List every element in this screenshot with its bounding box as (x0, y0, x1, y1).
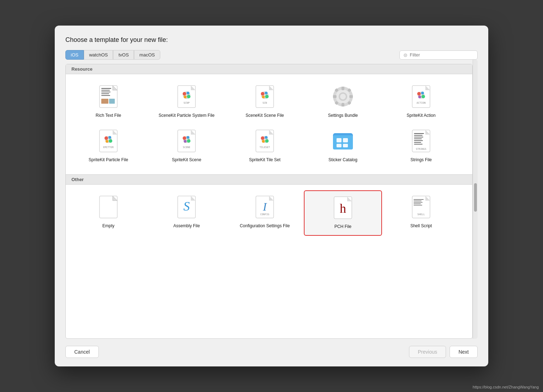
next-button[interactable]: Next (450, 346, 478, 358)
tab-macos[interactable]: macOS (134, 50, 160, 60)
item-rich-text-file[interactable]: Rich Text File (69, 80, 147, 124)
resource-grid: Rich Text File (66, 74, 472, 174)
svg-rect-75 (343, 144, 348, 147)
scn-label: SceneKit Scene File (246, 113, 284, 119)
scnp-icon: SCNP (174, 84, 199, 109)
spritekit-scene-label: SpriteKit Scene (172, 157, 201, 163)
footer-right: Previous Next (409, 346, 478, 358)
empty-label: Empty (102, 223, 114, 229)
svg-point-13 (183, 92, 186, 96)
svg-text:ACTION: ACTION (416, 102, 425, 104)
svg-rect-7 (101, 95, 110, 96)
shell-icon: SHELL (409, 195, 434, 219)
svg-text:SCN: SCN (263, 102, 267, 104)
item-spritekit-scene[interactable]: SCENE SpriteKit Scene (147, 124, 226, 169)
item-scenekit-particle[interactable]: SCNP SceneKit Particle System File (147, 80, 226, 124)
svg-text:TILESET: TILESET (259, 146, 270, 149)
content-area: Resource (65, 64, 473, 339)
svg-point-50 (108, 136, 111, 139)
action-label: SpriteKit Action (407, 113, 435, 119)
svg-rect-104 (414, 203, 421, 204)
item-sticker-catalog[interactable]: Sticker Catalog (304, 124, 382, 169)
svg-point-59 (187, 139, 190, 143)
svg-rect-8 (101, 99, 108, 104)
svg-rect-79 (414, 135, 423, 136)
scrollbar-thumb[interactable] (474, 183, 477, 212)
tileset-icon: TILESET (252, 129, 277, 153)
dialog: Choose a template for your new file: iOS… (55, 26, 488, 366)
item-settings-bundle[interactable]: Settings Bundle (304, 80, 382, 124)
svg-point-22 (265, 92, 268, 94)
pch-label: PCH File (334, 224, 351, 230)
tab-tvos[interactable]: tvOS (113, 50, 134, 60)
section-other: Other (66, 175, 472, 185)
svg-point-66 (265, 136, 268, 139)
item-shell-script[interactable]: SHELL Shell Script (382, 190, 460, 236)
assembly-icon: S (174, 195, 199, 219)
rich-text-label: Rich Text File (96, 113, 121, 119)
item-strings-file[interactable]: STRINGS Strings File (382, 124, 460, 169)
svg-point-14 (187, 92, 189, 94)
svg-point-58 (187, 136, 189, 139)
sticker-catalog-icon (330, 129, 355, 153)
item-spritekit-particle-file[interactable]: EMITTER SpriteKit Particle File (69, 124, 147, 169)
item-assembly-file[interactable]: S Assembly File (147, 190, 226, 236)
svg-rect-72 (337, 138, 342, 142)
watermark: https://blog.csdn.net/ZhangWangYang (473, 385, 539, 389)
item-pch-file[interactable]: h PCH File (304, 190, 382, 236)
assembly-label: Assembly File (173, 223, 200, 229)
rich-text-icon (96, 84, 121, 109)
config-label: Configuration Settings File (240, 223, 290, 229)
spritekit-scene-icon: SCENE (174, 129, 199, 153)
svg-text:STRINGS: STRINGS (416, 148, 426, 151)
settings-bundle-label: Settings Bundle (328, 113, 358, 119)
svg-rect-6 (101, 93, 109, 94)
svg-text:S: S (183, 199, 190, 213)
svg-point-52 (106, 140, 108, 143)
tab-watchos[interactable]: watchOS (84, 50, 113, 60)
svg-point-24 (262, 96, 265, 98)
svg-text:SHELL: SHELL (417, 213, 425, 216)
sticker-catalog-label: Sticker Catalog (328, 157, 357, 163)
svg-rect-30 (333, 95, 337, 98)
action-icon: ACTION (409, 84, 434, 109)
item-spritekit-tile-set[interactable]: TILESET SpriteKit Tile Set (226, 124, 304, 169)
svg-point-41 (417, 92, 421, 96)
previous-button[interactable]: Previous (409, 346, 446, 358)
content-wrapper: Resource (65, 60, 478, 339)
section-resource: Resource (66, 64, 472, 74)
empty-icon (96, 195, 121, 219)
settings-bundle-icon (330, 84, 355, 109)
svg-rect-105 (414, 205, 422, 206)
tileset-label: SpriteKit Tile Set (249, 157, 281, 163)
item-empty[interactable]: Empty (69, 190, 147, 236)
svg-rect-4 (101, 90, 110, 91)
svg-point-21 (261, 92, 264, 96)
svg-rect-5 (101, 92, 111, 92)
svg-point-37 (340, 94, 346, 99)
svg-point-43 (421, 95, 425, 98)
dialog-title: Choose a template for your new file: (65, 36, 478, 44)
svg-point-51 (109, 139, 112, 143)
svg-rect-3 (101, 88, 111, 89)
svg-point-68 (262, 140, 265, 143)
strings-icon: STRINGS (409, 129, 434, 153)
item-scenekit-scene[interactable]: SCN SceneKit Scene File (226, 80, 304, 124)
svg-point-67 (265, 139, 269, 143)
svg-rect-78 (414, 133, 424, 134)
svg-rect-73 (343, 138, 348, 142)
item-spritekit-action[interactable]: ACTION SpriteKit Action (382, 80, 460, 124)
tab-ios[interactable]: iOS (65, 50, 84, 60)
scnp-label: SceneKit Particle System File (158, 113, 214, 119)
svg-rect-101 (414, 199, 424, 200)
svg-point-49 (104, 136, 108, 140)
cancel-button[interactable]: Cancel (65, 346, 99, 358)
item-config-settings[interactable]: I CONFIG Configuration Settings File (226, 190, 304, 236)
filter-input[interactable] (410, 52, 474, 58)
svg-text:CONFIG: CONFIG (260, 213, 269, 216)
svg-point-42 (421, 92, 424, 94)
svg-text:SCENE: SCENE (183, 146, 190, 149)
scrollbar[interactable] (473, 60, 478, 339)
shell-label: Shell Script (410, 223, 432, 229)
other-grid: Empty S Assembly File (66, 185, 472, 242)
